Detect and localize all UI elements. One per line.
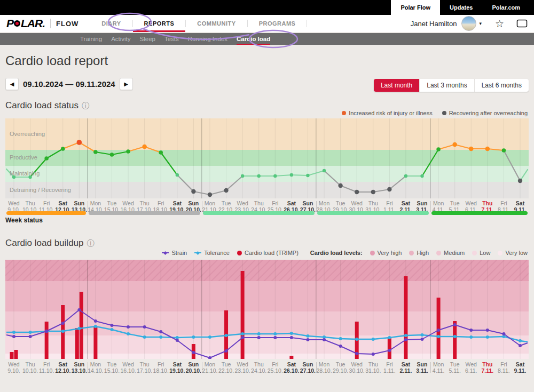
range-button-last-3-months[interactable]: Last 3 months [419, 79, 474, 92]
legend-label: Medium [444, 250, 465, 256]
legend-label: High [417, 250, 429, 256]
week-divider [430, 362, 431, 373]
status-legend: Increased risk of injury or illnessRecov… [342, 110, 528, 116]
diamond-line-marker-icon [162, 251, 169, 255]
date-range-label: 09.10.2024 — 09.11.2024 [23, 79, 115, 89]
user-name[interactable]: Janet Hamilton [411, 20, 457, 28]
info-icon[interactable]: ⓘ [82, 101, 89, 110]
legend-label: Increased risk of injury or illness [349, 110, 433, 116]
cardio-load-buildup-chart [5, 260, 529, 359]
cardio-load-status-chart: OverreachingProductiveMaintainingDetrain… [5, 118, 529, 198]
week-status-label: Week status [5, 217, 43, 224]
nav-item-diary[interactable]: DIARY [90, 15, 132, 32]
nav-item-reports[interactable]: REPORTS [133, 15, 186, 32]
week-divider [430, 201, 431, 212]
axis-label-sat-9-11: Sat9.11. [509, 361, 531, 374]
legend-dot-icon [409, 251, 414, 255]
legend-dot-icon [442, 111, 446, 115]
legend-item-strain: Strain [162, 250, 187, 256]
avatar[interactable] [461, 16, 476, 31]
week-divider [88, 201, 88, 212]
cardio-load-levels-label: Cardio load levels: [310, 250, 363, 256]
subnav-item-cardio-load[interactable]: Cardio load [237, 33, 270, 45]
topbar: Polar FlowUpdatesPolar.com [0, 0, 534, 15]
topbar-tab-updates[interactable]: Updates [440, 0, 482, 15]
status-title-text: Cardio load status [5, 100, 78, 110]
week-status-bar [0, 211, 534, 215]
week-status-segment-maintaining-week [203, 211, 315, 215]
buildup-legend: StrainToleranceCardio load (TRIMP)Cardio… [162, 250, 528, 256]
range-button-last-6-months[interactable]: Last 6 months [474, 79, 529, 92]
zone-label-detraining-recovering: Detraining / Recovering [10, 187, 71, 193]
legend-dot-icon [436, 251, 441, 255]
legend-label: Cardio load (TRIMP) [245, 250, 299, 256]
week-divider [316, 362, 317, 373]
subnav-item-tests[interactable]: Tests [164, 33, 179, 45]
week-status-segment-productive-week [431, 211, 528, 215]
legend-item-increased-risk-of-injury-or-illness: Increased risk of injury or illness [342, 110, 433, 116]
week-divider [316, 201, 317, 212]
reports-subnav: TrainingActivitySleepTestsRunning IndexC… [0, 33, 534, 45]
legend-dot-icon [237, 251, 242, 255]
nav-item-community[interactable]: COMMUNITY [186, 15, 247, 32]
legend-dot-icon [472, 251, 477, 255]
legend-item-cardio-load-trimp: Cardio load (TRIMP) [237, 250, 299, 256]
subnav-item-running-index[interactable]: Running Index [188, 33, 227, 45]
zone-label-overreaching: Overreaching [10, 131, 45, 137]
legend-label: Strain [171, 250, 187, 256]
diamond-line-marker-icon [194, 251, 201, 255]
subnav-item-training[interactable]: Training [80, 33, 102, 45]
range-buttons: Last monthLast 3 monthsLast 6 months [374, 79, 529, 92]
nav-items: DIARYREPORTSCOMMUNITYPROGRAMS [90, 15, 307, 32]
legend-dot-icon [370, 251, 375, 255]
legend-dot-icon [498, 251, 502, 255]
week-divider [202, 362, 202, 373]
user-menu[interactable]: Janet Hamilton ▾ ☆ [411, 15, 528, 32]
buildup-title-text: Cardio load buildup [5, 238, 84, 248]
legend-level-very-high: Very high [370, 250, 402, 256]
nav-divider [307, 20, 307, 27]
legend-level-very-low: Very low [498, 250, 528, 256]
zone-label-productive: Productive [10, 154, 37, 161]
legend-item-recovering-after-overreaching: Recovering after overreaching [442, 110, 528, 116]
prev-period-button[interactable]: ◀ [5, 78, 19, 90]
logo-divider [50, 19, 51, 28]
topbar-tabs: Polar FlowUpdatesPolar.com [391, 0, 530, 15]
status-section-title: Cardio load statusⓘ [5, 100, 89, 111]
legend-label: Low [480, 250, 490, 256]
legend-item-tolerance: Tolerance [194, 250, 230, 256]
topbar-tab-polar-com[interactable]: Polar.com [482, 0, 530, 15]
zone-label-maintaining: Maintaining [10, 170, 40, 177]
legend-dot-icon [342, 111, 346, 115]
week-divider [88, 362, 88, 373]
week-status-segment-overreaching-week [6, 211, 86, 215]
favorites-star-icon[interactable]: ☆ [495, 18, 504, 30]
legend-label: Very low [505, 250, 528, 256]
chevron-down-icon[interactable]: ▾ [479, 21, 482, 26]
week-status-segment-recovering-week [89, 211, 200, 215]
polar-flow-app: Polar FlowUpdatesPolar.com PLAR. FLOW DI… [0, 0, 534, 392]
date-navigator: ◀ 09.10.2024 — 09.11.2024 ▶ [5, 78, 133, 90]
buildup-section-title: Cardio load buildupⓘ [5, 238, 95, 249]
nav-item-programs[interactable]: PROGRAMS [248, 15, 307, 32]
info-icon[interactable]: ⓘ [87, 239, 95, 247]
buildup-x-axis: Wed9.10.Thu10.10.Fri11.10.Sat12.10.Sun13… [0, 361, 534, 375]
legend-label: Recovering after overreaching [449, 110, 528, 116]
feedback-bubble-icon[interactable] [516, 19, 528, 28]
range-button-last-month[interactable]: Last month [374, 79, 419, 92]
week-divider [202, 201, 202, 212]
week-status-segment-maintaining-week [317, 211, 429, 215]
legend-label: Very high [378, 250, 402, 256]
subnav-item-activity[interactable]: Activity [111, 33, 130, 45]
polar-logo[interactable]: PLAR. [6, 17, 45, 30]
logo-o-red-dot [14, 20, 20, 27]
flow-label: FLOW [56, 20, 78, 28]
next-period-button[interactable]: ▶ [120, 78, 133, 90]
legend-level-medium: Medium [436, 250, 465, 256]
topbar-tab-polar-flow[interactable]: Polar Flow [391, 0, 440, 15]
legend-level-high: High [409, 250, 429, 256]
subnav-item-sleep[interactable]: Sleep [140, 33, 155, 45]
legend-level-low: Low [472, 250, 490, 256]
page-title: Cardio load report [5, 53, 108, 68]
legend-label: Tolerance [204, 250, 230, 256]
